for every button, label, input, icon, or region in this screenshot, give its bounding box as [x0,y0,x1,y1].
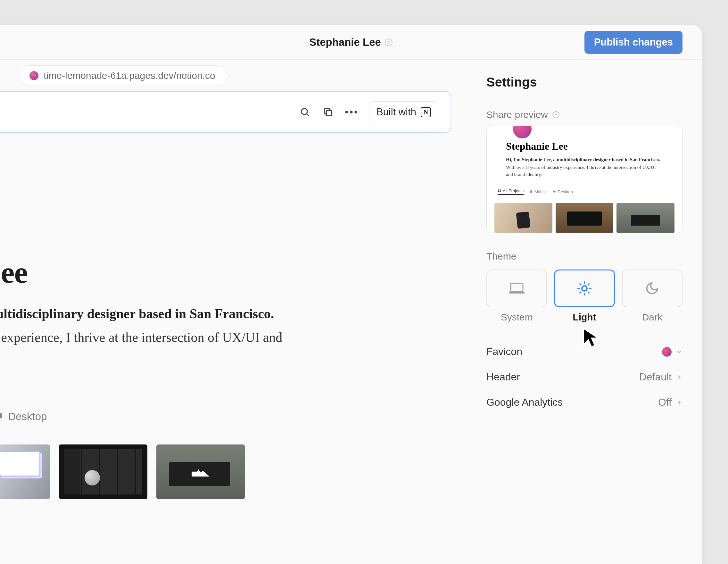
theme-options: System Light Dark [486,270,683,323]
share-preview-lead: Hi, I'm Stephanie Lee, a multidisciplina… [506,157,660,162]
gallery-card[interactable] [0,444,50,499]
setting-label: Favicon [486,346,522,358]
setting-label: Google Analytics [486,396,563,408]
svg-rect-10 [500,189,501,190]
svg-rect-5 [327,110,332,116]
built-with-button[interactable]: Built with N [369,101,438,123]
help-icon[interactable]: ? [385,38,393,46]
built-with-label: Built with [376,106,416,118]
setting-label: Header [486,371,520,383]
share-preview-card[interactable]: Stephanie Lee Hi, I'm Stephanie Lee, a m… [486,126,683,233]
svg-rect-12 [500,191,501,192]
sp-tab-desktop: Desktop [552,188,573,195]
help-icon[interactable]: ? [552,111,559,118]
topbar: Stephanie Lee ? Publish changes [0,25,702,60]
svg-rect-6 [0,413,2,419]
search-icon[interactable] [299,106,311,119]
setting-value: Off [658,396,672,408]
page-preview-body: anie Lee anie Lee, a multidisciplinary d… [0,133,477,499]
theme-label-text: Light [573,312,596,323]
desktop-icon [0,411,4,422]
tab-desktop[interactable]: Desktop [0,411,47,423]
theme-option-dark[interactable]: Dark [622,270,683,323]
theme-option-system[interactable]: System [486,270,547,323]
setting-row-favicon[interactable]: Favicon [486,346,683,358]
preview-toolbar: ••• Built with N [0,91,451,133]
svg-rect-16 [511,283,523,292]
svg-point-3 [302,109,307,114]
gallery-card[interactable] [156,444,245,499]
share-preview-title: Stephanie Lee [506,140,568,152]
sun-icon [577,281,592,296]
page-lead-rest: ars of industry experience, I thrive at … [0,327,477,369]
svg-point-0 [32,74,33,75]
svg-rect-15 [554,192,555,193]
theme-label-text: System [501,312,533,323]
thumb [556,203,614,233]
preview-column: time-lemonade-61a.pages.dev/notion.co ••… [0,60,477,564]
palette-icon [662,347,672,357]
more-icon[interactable]: ••• [345,107,359,118]
settings-heading: Settings [486,75,683,89]
gallery-row [0,444,477,499]
svg-rect-14 [553,190,556,192]
tab-label: Desktop [8,411,47,423]
avatar-icon [513,126,532,138]
theme-option-light[interactable]: Light [554,270,615,323]
page-heading: anie Lee [0,254,477,290]
sp-tab-all: All Projects [498,188,524,195]
palette-icon [29,71,38,80]
svg-line-4 [307,114,309,116]
notion-logo-icon: N [421,107,431,117]
thumb [494,203,552,233]
share-preview-tabs: All Projects Mobile Desktop [498,188,573,195]
page-lead-bold: anie Lee, a multidisciplinary designer b… [0,306,477,321]
copy-icon[interactable] [322,106,335,119]
setting-row-google-analytics[interactable]: Google Analytics Off [486,396,683,408]
svg-rect-9 [498,189,499,190]
chevron-right-icon [676,399,683,406]
thumb [616,203,674,233]
gallery-card[interactable] [59,444,147,499]
sp-tab-mobile: Mobile [529,188,547,195]
theme-label-text: Dark [642,312,662,323]
svg-point-1 [34,74,35,75]
chevron-down-icon [676,349,683,355]
svg-line-21 [580,284,581,285]
content-area: time-lemonade-61a.pages.dev/notion.co ••… [0,60,702,564]
svg-point-18 [582,286,587,291]
page-title-wrap: Stephanie Lee ? [309,36,393,48]
app-window: Stephanie Lee ? Publish changes time-lem… [0,25,702,564]
svg-rect-17 [509,292,525,294]
page-tabs: bile Desktop [0,411,477,423]
url-bar[interactable]: time-lemonade-61a.pages.dev/notion.co [20,65,227,86]
settings-panel: Settings Share preview ? Stephanie Lee H… [477,60,702,564]
theme-label: Theme [486,251,683,262]
url-text: time-lemonade-61a.pages.dev/notion.co [44,70,215,81]
svg-line-25 [580,292,581,293]
share-preview-label: Share preview ? [486,109,683,120]
svg-rect-11 [498,191,499,192]
setting-row-header[interactable]: Header Default [486,371,683,383]
page-title: Stephanie Lee [309,36,381,48]
laptop-icon [508,282,525,295]
moon-icon [645,281,659,295]
svg-point-2 [35,75,36,76]
svg-line-22 [588,292,589,293]
chevron-right-icon [676,374,683,380]
share-preview-thumbs [494,203,674,233]
share-preview-sub: With over 8 years of industry experience… [506,164,663,178]
svg-rect-13 [530,190,532,193]
svg-rect-8 [0,420,1,420]
setting-value: Default [639,371,672,383]
svg-line-26 [588,284,589,285]
publish-changes-button[interactable]: Publish changes [584,31,683,54]
